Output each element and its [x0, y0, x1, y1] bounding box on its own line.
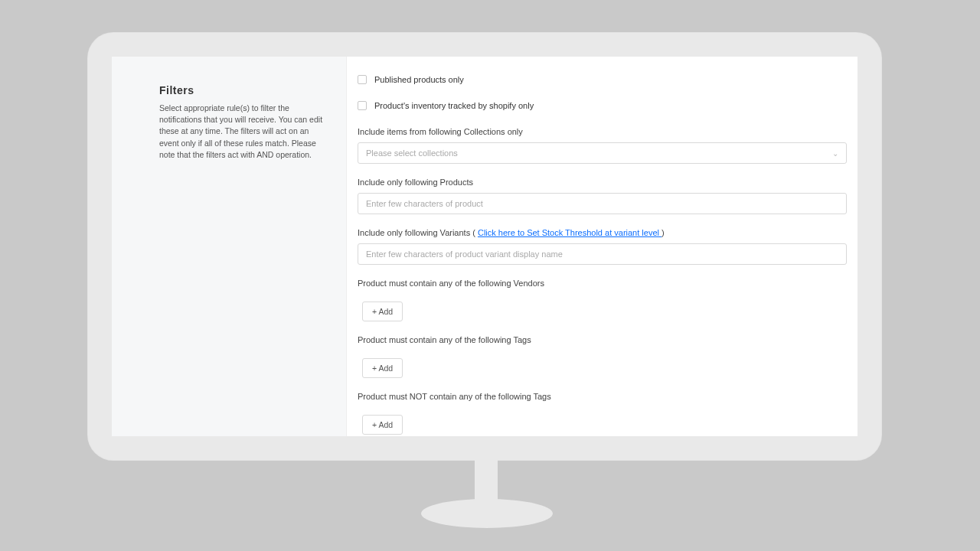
tags-exclude-field: Product must NOT contain any of the foll…	[358, 392, 847, 435]
variants-label-suffix: )	[662, 228, 665, 237]
sidebar: Filters Select appropriate rule(s) to fi…	[112, 57, 346, 436]
collections-label: Include items from following Collections…	[358, 127, 847, 136]
sidebar-title: Filters	[159, 84, 328, 96]
variants-threshold-link[interactable]: Click here to Set Stock Threshold at var…	[478, 228, 662, 237]
monitor-mockup: Filters Select appropriate rule(s) to fi…	[0, 0, 980, 551]
products-label: Include only following Products	[358, 178, 847, 187]
products-placeholder: Enter few characters of product	[366, 199, 483, 208]
variants-label: Include only following Variants ( Click …	[358, 228, 847, 237]
chevron-down-icon: ⌄	[832, 149, 838, 158]
variants-label-prefix: Include only following Variants (	[358, 228, 478, 237]
tracked-only-label: Product's inventory tracked by shopify o…	[374, 101, 534, 110]
tracked-only-row[interactable]: Product's inventory tracked by shopify o…	[358, 101, 847, 110]
add-tag-exclude-button[interactable]: + Add	[362, 415, 403, 435]
checkbox-icon[interactable]	[358, 101, 367, 110]
tags-include-label: Product must contain any of the followin…	[358, 335, 847, 344]
variants-input[interactable]: Enter few characters of product variant …	[358, 243, 847, 265]
collections-select[interactable]: Please select collections ⌄	[358, 142, 847, 164]
monitor-stand-neck	[475, 459, 498, 505]
add-vendor-button[interactable]: + Add	[362, 302, 403, 321]
vendors-field: Product must contain any of the followin…	[358, 279, 847, 321]
tags-include-field: Product must contain any of the followin…	[358, 335, 847, 378]
checkbox-icon[interactable]	[358, 75, 367, 84]
published-only-label: Published products only	[374, 75, 464, 84]
products-field: Include only following Products Enter fe…	[358, 178, 847, 214]
published-only-row[interactable]: Published products only	[358, 75, 847, 84]
collections-placeholder: Please select collections	[366, 148, 458, 158]
variants-field: Include only following Variants ( Click …	[358, 228, 847, 265]
tags-exclude-label: Product must NOT contain any of the foll…	[358, 392, 847, 401]
sidebar-description: Select appropriate rule(s) to filter the…	[159, 103, 328, 161]
variants-placeholder: Enter few characters of product variant …	[366, 249, 563, 259]
vendors-label: Product must contain any of the followin…	[358, 279, 847, 288]
app-screen: Filters Select appropriate rule(s) to fi…	[112, 57, 858, 436]
add-tag-include-button[interactable]: + Add	[362, 358, 403, 378]
products-input[interactable]: Enter few characters of product	[358, 193, 847, 214]
collections-field: Include items from following Collections…	[358, 127, 847, 164]
main-panel: Published products only Product's invent…	[346, 57, 858, 436]
monitor-stand-base	[421, 499, 553, 528]
monitor-bezel: Filters Select appropriate rule(s) to fi…	[87, 32, 882, 461]
